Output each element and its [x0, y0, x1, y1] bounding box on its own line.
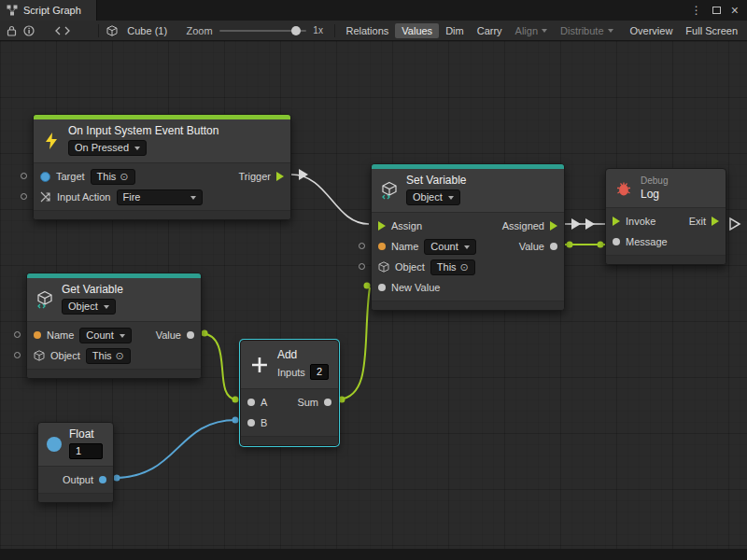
- port-label: Assign: [391, 220, 422, 231]
- port-label: B: [261, 417, 267, 428]
- node-set-variable[interactable]: Set Variable Object Assign Assigned Name…: [371, 163, 565, 311]
- row-output: Output: [38, 469, 113, 490]
- wire-sum-to-newvalue[interactable]: [339, 283, 371, 403]
- node-get-variable[interactable]: Get Variable Object Name Count Value: [26, 273, 202, 379]
- port-label: Target: [56, 171, 85, 182]
- chevron-down-icon: [464, 245, 470, 252]
- row-assign: Assign Assigned: [372, 216, 564, 236]
- node-category: Debug: [641, 176, 668, 186]
- assign-input-port[interactable]: [378, 221, 386, 231]
- new-value-input-port[interactable]: [378, 284, 386, 291]
- info-icon[interactable]: [20, 22, 36, 39]
- target-input-port[interactable]: [21, 173, 27, 179]
- value-output-port[interactable]: [550, 243, 557, 250]
- sum-output-port[interactable]: [324, 399, 331, 406]
- graph-toolbar: Cube (1) Zoom 1x Relations Values Dim Ca…: [0, 21, 747, 41]
- invoke-input-port[interactable]: [613, 217, 620, 226]
- unity-visual-scripting-window: Script Graph ⋮ × Cube (1) Zoom 1x Rel: [0, 0, 747, 560]
- plus-icon: [249, 355, 270, 375]
- tab-script-graph[interactable]: Script Graph: [0, 0, 97, 21]
- port-label: Trigger: [239, 171, 271, 182]
- port-label: Name: [47, 329, 74, 341]
- port-label: New Value: [391, 282, 440, 293]
- carry-button[interactable]: Carry: [471, 23, 509, 38]
- variable-cube-icon: [380, 181, 399, 200]
- zoom-slider[interactable]: [219, 30, 307, 32]
- variable-scope-dropdown[interactable]: Object: [62, 299, 116, 315]
- node-float-literal[interactable]: Float 1 Output: [37, 422, 114, 503]
- name-input-port[interactable]: [14, 331, 21, 338]
- port-label: Invoke: [626, 216, 655, 227]
- object-self-chip[interactable]: This⊙: [86, 348, 131, 364]
- message-input-port[interactable]: [613, 238, 620, 245]
- port-label: Object: [50, 350, 80, 361]
- node-add[interactable]: Add Inputs 2 A Sum B: [240, 340, 339, 446]
- inputs-count-field[interactable]: 2: [310, 364, 329, 380]
- zoom-value: 1x: [313, 25, 323, 35]
- variable-scope-dropdown[interactable]: Object: [406, 189, 460, 205]
- target-self-chip[interactable]: This⊙: [91, 169, 135, 185]
- object-input-port[interactable]: [359, 263, 365, 270]
- float-value-field[interactable]: 1: [69, 443, 103, 459]
- full-screen-button[interactable]: Full Screen: [679, 23, 744, 38]
- assigned-output-port[interactable]: [550, 221, 557, 231]
- exit-output-port[interactable]: [712, 217, 719, 226]
- variable-name-dropdown[interactable]: Count: [79, 328, 131, 343]
- kebab-menu-icon[interactable]: ⋮: [691, 5, 702, 16]
- object-cube-icon: [378, 261, 389, 273]
- row-name: Name Count Value: [27, 325, 201, 345]
- wire-value-to-message[interactable]: [565, 242, 605, 248]
- port-label: Assigned: [502, 220, 544, 231]
- a-input-port[interactable]: [247, 399, 255, 406]
- lock-icon[interactable]: [3, 22, 20, 39]
- float-type-icon: [47, 437, 62, 452]
- zoom-slider-handle[interactable]: [291, 26, 301, 35]
- overview-button[interactable]: Overview: [624, 23, 680, 38]
- distribute-button[interactable]: Distribute: [554, 23, 619, 38]
- node-title: Log: [641, 189, 659, 201]
- wire-exit-arrow[interactable]: [730, 218, 740, 230]
- row-target: Target This⊙ Trigger: [34, 166, 290, 187]
- wire-trigger-to-assign[interactable]: [291, 169, 369, 224]
- port-label: Name: [391, 241, 418, 252]
- event-mode-dropdown[interactable]: On Pressed: [68, 140, 147, 156]
- name-port-dot[interactable]: [378, 243, 386, 250]
- input-action-dropdown[interactable]: Fire: [117, 189, 203, 205]
- close-icon[interactable]: ×: [731, 4, 739, 17]
- port-label: Exit: [689, 216, 706, 227]
- chevron-down-icon: [120, 334, 125, 341]
- align-button[interactable]: Align: [509, 23, 554, 38]
- chevron-down-icon: [190, 196, 196, 203]
- object-self-chip[interactable]: This⊙: [430, 259, 475, 275]
- output-port[interactable]: [99, 476, 106, 483]
- chevron-down-icon: [134, 147, 140, 153]
- graph-target-label[interactable]: Cube (1): [120, 23, 174, 38]
- wire-getvalue-to-add-a[interactable]: [202, 330, 239, 403]
- input-action-icon: [40, 191, 51, 203]
- wire-assigned-to-invoke[interactable]: [565, 218, 605, 230]
- value-output-port[interactable]: [187, 331, 194, 339]
- row-name: Name Count Value: [372, 236, 564, 257]
- row-b: B: [241, 413, 338, 433]
- dim-button[interactable]: Dim: [439, 23, 471, 38]
- trigger-output-port[interactable]: [276, 172, 284, 181]
- name-input-port[interactable]: [359, 243, 365, 249]
- bug-icon: [614, 179, 633, 198]
- collapse-sidebars-icon[interactable]: [54, 22, 71, 39]
- relations-button[interactable]: Relations: [339, 23, 395, 38]
- b-input-port[interactable]: [247, 419, 255, 427]
- row-input-action: Input Action Fire: [34, 187, 290, 207]
- wire-float-to-add-b[interactable]: [114, 417, 239, 482]
- input-action-port[interactable]: [21, 193, 27, 200]
- variable-name-dropdown[interactable]: Count: [424, 239, 475, 255]
- node-debug-log[interactable]: Debug Log Invoke Exit Message: [605, 168, 726, 265]
- maximize-icon[interactable]: [712, 7, 721, 14]
- graph-canvas[interactable]: On Input System Event Button On Pressed …: [0, 41, 747, 549]
- port-label: Sum: [297, 397, 318, 408]
- node-footer: [241, 437, 338, 445]
- node-on-input-system-event-button[interactable]: On Input System Event Button On Pressed …: [33, 114, 291, 220]
- object-input-port[interactable]: [14, 352, 21, 358]
- name-port-dot[interactable]: [34, 331, 41, 339]
- node-title: Set Variable: [406, 175, 466, 187]
- values-button[interactable]: Values: [395, 23, 439, 38]
